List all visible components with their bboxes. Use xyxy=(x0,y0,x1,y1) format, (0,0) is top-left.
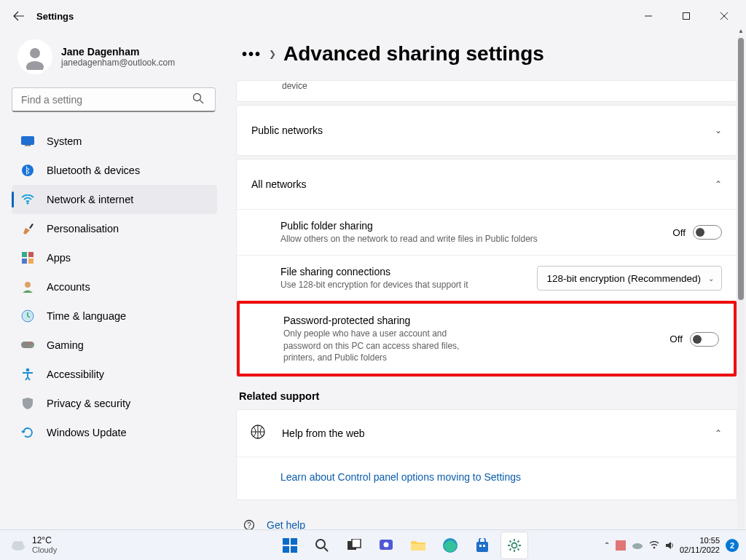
page-title: Advanced sharing settings xyxy=(283,42,544,66)
start-button[interactable] xyxy=(276,532,304,559)
globe-icon xyxy=(250,424,267,442)
pfs-toggle[interactable] xyxy=(693,225,722,240)
svg-rect-36 xyxy=(476,542,488,552)
svg-rect-26 xyxy=(291,538,297,545)
clock[interactable]: 10:55 02/11/2022 xyxy=(680,536,720,554)
svg-rect-0 xyxy=(683,13,690,20)
nav-personalisation[interactable]: Personalisation xyxy=(12,214,217,243)
setting-title: File sharing connections xyxy=(280,266,525,277)
store-app[interactable] xyxy=(468,532,496,559)
toggle-state: Off xyxy=(672,227,686,238)
minimize-button[interactable] xyxy=(632,5,664,27)
setting-desc: Only people who have a user account and … xyxy=(283,328,471,363)
wifi-tray-icon xyxy=(649,541,659,550)
nav-privacy[interactable]: Privacy & security xyxy=(12,389,217,418)
svg-rect-27 xyxy=(283,546,289,553)
nav-apps[interactable]: Apps xyxy=(12,243,217,272)
help-link[interactable]: Learn about Control panel options moving… xyxy=(280,471,521,483)
tray-chevron[interactable]: ⌃ xyxy=(604,541,610,549)
file-explorer[interactable] xyxy=(404,532,432,559)
encryption-select[interactable]: 128-bit encryption (Recommended) ⌄ xyxy=(537,266,722,291)
highlight-annotation: Password-protected sharing Only people w… xyxy=(237,301,737,376)
onedrive-icon xyxy=(632,541,643,550)
title-bar: Settings xyxy=(0,0,746,32)
svg-rect-40 xyxy=(616,540,626,551)
chevron-up-icon: ⌃ xyxy=(715,179,722,189)
svg-rect-37 xyxy=(479,545,482,547)
scrollbar[interactable]: ▲ ▼ xyxy=(737,35,745,529)
previous-section-overflow: device xyxy=(237,81,737,101)
svg-point-41 xyxy=(632,543,643,549)
nav-accounts[interactable]: Accounts xyxy=(12,272,217,301)
svg-point-12 xyxy=(25,282,31,288)
all-networks-expander[interactable]: All networks ⌃ xyxy=(237,159,737,209)
gamepad-icon xyxy=(20,338,35,352)
password-protected-sharing-row: Password-protected sharing Only people w… xyxy=(240,304,734,374)
shield-icon xyxy=(20,396,35,411)
update-icon xyxy=(20,425,35,440)
taskbar: 12°C Cloudy ⌃ 10:55 02/11/2022 2 xyxy=(0,529,746,560)
chat-app[interactable] xyxy=(372,532,400,559)
clock-globe-icon xyxy=(20,309,35,323)
edge-browser[interactable] xyxy=(436,532,464,559)
taskbar-search[interactable] xyxy=(308,532,336,559)
svg-point-24 xyxy=(17,541,23,547)
help-icon: ? xyxy=(242,519,256,529)
user-email: janedagenham@outlook.com xyxy=(61,58,175,68)
arrow-left-icon xyxy=(13,10,25,22)
setting-title: Public folder sharing xyxy=(280,220,661,232)
public-networks-expander[interactable]: Public networks ⌄ xyxy=(237,106,737,155)
chevron-down-icon: ⌄ xyxy=(715,125,722,135)
svg-rect-34 xyxy=(411,544,425,551)
task-view[interactable] xyxy=(340,532,368,559)
nav-accessibility[interactable]: Accessibility xyxy=(12,360,217,389)
search-input[interactable] xyxy=(12,87,216,112)
main-content: ••• ❯ Advanced sharing settings device P… xyxy=(229,32,746,529)
wifi-icon xyxy=(20,192,35,207)
svg-rect-4 xyxy=(22,137,34,145)
pps-toggle[interactable] xyxy=(690,332,719,347)
user-profile[interactable]: Jane Dagenham janedagenham@outlook.com xyxy=(12,39,217,74)
avatar xyxy=(17,39,52,74)
person-icon xyxy=(22,44,48,70)
svg-point-2 xyxy=(26,61,44,70)
nav-bluetooth[interactable]: Bluetooth & devices xyxy=(12,156,217,185)
svg-point-33 xyxy=(384,542,389,547)
chevron-down-icon: ⌄ xyxy=(708,275,714,283)
account-icon xyxy=(20,280,35,294)
accessibility-icon xyxy=(20,367,35,382)
back-button[interactable] xyxy=(6,3,32,29)
file-sharing-connections-row: File sharing connections Use 128-bit enc… xyxy=(237,255,737,301)
help-from-web-expander[interactable]: Help from the web ⌃ xyxy=(237,410,737,457)
svg-text:?: ? xyxy=(247,521,251,529)
nav-network[interactable]: Network & internet xyxy=(12,185,217,214)
system-tray[interactable] xyxy=(616,540,674,551)
svg-point-39 xyxy=(512,543,517,548)
svg-point-16 xyxy=(31,345,33,347)
nav-gaming[interactable]: Gaming xyxy=(12,331,217,360)
get-help-link[interactable]: ? Get help xyxy=(242,513,737,529)
settings-app[interactable] xyxy=(500,532,528,559)
svg-point-42 xyxy=(653,546,656,548)
svg-point-17 xyxy=(26,368,30,372)
svg-rect-38 xyxy=(483,545,485,547)
svg-point-3 xyxy=(194,94,201,101)
breadcrumb-more[interactable]: ••• xyxy=(242,46,262,63)
svg-rect-28 xyxy=(291,546,297,553)
close-window-button[interactable] xyxy=(708,5,740,27)
brush-icon xyxy=(20,221,35,236)
sidebar: Jane Dagenham janedagenham@outlook.com S… xyxy=(0,32,229,529)
setting-desc: Use 128-bit encryption for devices that … xyxy=(280,279,525,291)
svg-rect-14 xyxy=(21,342,34,348)
weather-widget[interactable]: 12°C Cloudy xyxy=(0,536,233,554)
app-title: Settings xyxy=(36,11,74,22)
nav-windows-update[interactable]: Windows Update xyxy=(12,418,217,447)
notification-badge[interactable]: 2 xyxy=(726,539,739,552)
nav-system[interactable]: System xyxy=(12,127,217,156)
chevron-up-icon: ⌃ xyxy=(715,428,722,438)
maximize-button[interactable] xyxy=(670,5,702,27)
bluetooth-icon xyxy=(20,163,35,178)
svg-rect-11 xyxy=(28,259,34,264)
svg-point-1 xyxy=(30,48,40,58)
nav-time-language[interactable]: Time & language xyxy=(12,301,217,331)
